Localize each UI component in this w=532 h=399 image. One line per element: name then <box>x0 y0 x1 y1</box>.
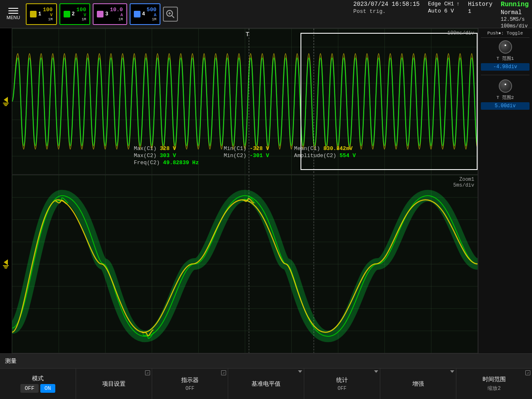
channel-4-button[interactable]: 4 500 A 1M <box>130 3 161 25</box>
ch3-number: 3 <box>105 11 108 17</box>
t-range1-value-text: -4.98div <box>493 64 517 70</box>
meas-max-c1-value: 328 V <box>160 145 176 152</box>
toolbar-project-label: 项目设置 <box>102 380 126 388</box>
ch2-trough-notch-1 <box>143 332 154 338</box>
trigger-label: Edge CH1 <box>428 1 454 7</box>
toolbar-timerange[interactable]: ↗ 时间范围 缩放2 <box>456 369 532 399</box>
meas-min-c2-value: -301 V <box>250 153 269 159</box>
zoom-label: Zoom1 <box>453 177 474 182</box>
channel-2-button[interactable]: 2 100 V 1M <box>59 3 91 25</box>
meas-freq-c2-value: 49.82839 Hz <box>163 160 199 166</box>
trigger-dir: ↑ <box>456 1 460 7</box>
channel-3-button[interactable]: 3 10.0 A 1M <box>93 3 127 25</box>
meas-mean-c1-value: 830.842mV <box>323 145 352 152</box>
ch1-lower-ground-marker[interactable] <box>3 259 9 269</box>
ch2-unit: V <box>84 13 86 17</box>
ch1-ground-marker[interactable] <box>3 96 9 107</box>
main-area: T 100ms/div Max(C1) 328 V Ma <box>0 28 532 353</box>
meas-min-c1: Min(C1) -328 V <box>224 145 269 152</box>
meas-amp-c2-value: 554 V <box>340 153 356 159</box>
mode-on[interactable]: ON <box>40 384 55 393</box>
toolbar-timerange-label: 时间范围 <box>483 376 506 383</box>
ch1-unit: V <box>50 13 53 17</box>
toolbar-items: 模式 OFF ON ↗ 项目设置 ↗ 指示器 OFF 基准电平值 统计 OFF <box>0 369 532 399</box>
toolbar-title: 测量 <box>5 357 17 365</box>
meas-max-c2: Max(C2) 303 V <box>134 153 199 159</box>
t-range2-value-text: 5.00div <box>495 103 515 109</box>
meas-min-c2-label: Min(C2) <box>224 153 246 159</box>
indicator-expand-icon: ↗ <box>221 370 226 375</box>
ch1-peak-notch-2 <box>243 199 254 203</box>
t-range1-knob[interactable] <box>499 40 512 54</box>
ch1-gnd-lines <box>3 103 9 106</box>
meas-amp-c2-label: Amplitude(C2) <box>294 153 336 159</box>
channel-1-button[interactable]: 1 100 V 1M <box>26 3 57 25</box>
meas-mean-c1: Mean(C1) 830.842mV <box>294 145 356 152</box>
meas-freq-c2-label: Freq(C2) <box>134 160 160 166</box>
meas-freq-c2: Freq(C2) 49.82839 Hz <box>134 160 199 166</box>
ch4-coupling: 1M <box>152 17 156 22</box>
trigger-col: Edge CH1 ↑ Auto 6 V <box>428 1 460 14</box>
toolbar-title-bar: 测量 <box>0 354 532 369</box>
ch2-range: 100 <box>76 7 86 13</box>
sample-rate: 12.5MS/s <box>501 17 529 22</box>
datetime-col: 2023/07/24 16:58:15 Post trig. <box>353 1 420 15</box>
toolbar-indicator-sub: OFF <box>185 386 195 392</box>
push-toggle-label: Push●: Toggle <box>481 31 530 38</box>
ch3-color-indicator <box>97 11 103 17</box>
lower-trace-info: Zoom1 5ms/div <box>453 177 474 188</box>
ch1-range: 100 <box>43 7 52 13</box>
toolbar-indicator-label: 指示器 <box>181 377 199 384</box>
knob2-indicator <box>505 84 506 85</box>
ch1-color-indicator <box>30 11 37 17</box>
ch3-unit: A <box>121 13 123 17</box>
ch2-lower-glow <box>12 196 478 337</box>
t-range1-value: -4.98div <box>481 63 530 71</box>
ch4-color-indicator <box>134 11 140 17</box>
toolbar-indicator[interactable]: ↗ 指示器 OFF <box>152 369 228 399</box>
upper-trace-area: T 100ms/div Max(C1) 328 V Ma <box>12 28 478 175</box>
statistics-dropdown-icon <box>374 370 378 373</box>
ch1-lower-arrow-icon <box>4 259 8 265</box>
left-area <box>0 28 12 353</box>
datetime: 2023/07/24 16:58:15 <box>353 1 420 7</box>
history-col: History 1 <box>468 1 493 15</box>
zoom-icon[interactable] <box>163 7 178 22</box>
toolbar-enhance[interactable]: 增强 <box>380 369 456 399</box>
ch1-arrow-icon <box>4 97 8 103</box>
push-label-text: Push●: Toggle <box>488 31 523 36</box>
meas-max-c1-label: Max(C1) <box>134 145 157 152</box>
t-range2-value: 5.00div <box>481 102 530 110</box>
menu-label: MENU <box>7 15 20 20</box>
t-range2-knob[interactable] <box>499 79 512 93</box>
mode-toggles: OFF ON <box>20 384 55 393</box>
meas-max-c2-value: 303 V <box>160 153 176 159</box>
toolbar-statistics[interactable]: 统计 OFF <box>304 369 380 399</box>
ch2-lower-trace <box>12 196 478 337</box>
t-range1-section: T 范围1 -4.98div <box>481 40 530 71</box>
ch1-trough-notch-1 <box>142 330 153 336</box>
ch3-coupling: 1M <box>118 17 123 22</box>
toolbar-project[interactable]: ↗ 项目设置 <box>76 369 152 399</box>
toolbar-statistics-label: 统计 <box>336 377 348 384</box>
toolbar-mode[interactable]: 模式 OFF ON <box>0 369 76 399</box>
ch3-range: 10.0 <box>110 7 123 13</box>
top-bar: MENU 1 100 V 1M 2 100 V 1M 3 <box>0 0 532 28</box>
hamburger-icon <box>8 8 18 14</box>
ch2-coupling: 1M <box>81 17 86 22</box>
mode-off[interactable]: OFF <box>20 384 38 393</box>
right-panel: Push●: Toggle T 范围1 -4.98div T 范围2 5.00d… <box>478 28 532 353</box>
ch1-trace <box>12 54 478 149</box>
knob1-indicator <box>505 44 506 46</box>
toolbar-baseline[interactable]: 基准电平值 <box>228 369 304 399</box>
menu-button[interactable]: MENU <box>3 2 23 27</box>
status-col: Running Normal 12.5MS/s 100ms/div <box>501 1 529 29</box>
ch4-number: 4 <box>142 11 145 17</box>
ch2-trace <box>12 58 478 146</box>
toolbar-baseline-label: 基准电平值 <box>251 380 281 388</box>
lower-timediv-text: 5ms/div <box>453 182 474 188</box>
divider <box>481 75 530 75</box>
ch4-unit: A <box>154 13 156 17</box>
upper-timediv-text: 100ms/div <box>447 30 474 36</box>
meas-min-c2: Min(C2) -301 V <box>224 153 269 159</box>
